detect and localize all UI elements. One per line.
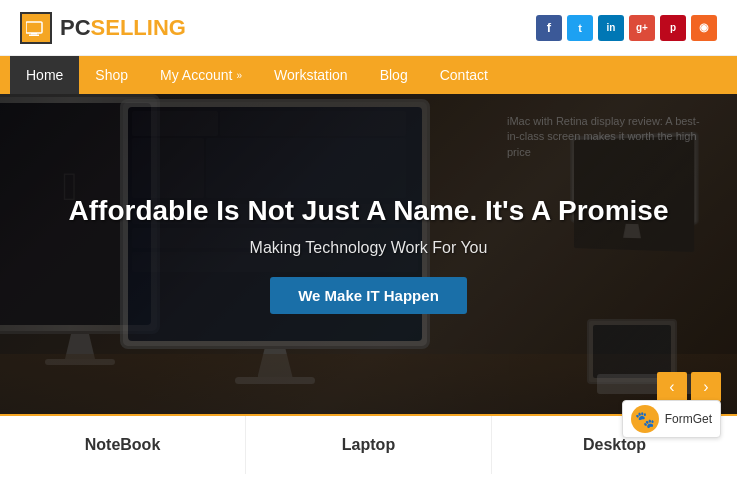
hero-headline: Affordable Is Not Just A Name. It's A Pr… xyxy=(69,194,669,228)
nav-home[interactable]: Home xyxy=(10,56,79,94)
slider-next-button[interactable]: › xyxy=(691,372,721,402)
svg-rect-1 xyxy=(27,23,41,31)
category-laptop[interactable]: Laptop xyxy=(246,416,492,474)
linkedin-icon[interactable]: in xyxy=(598,15,624,41)
pinterest-icon[interactable]: p xyxy=(660,15,686,41)
site-header: PCSELLING f t in g+ p ◉ xyxy=(0,0,737,56)
nav-my-account[interactable]: My Account » xyxy=(144,56,258,94)
svg-rect-3 xyxy=(29,34,39,36)
rss-icon[interactable]: ◉ xyxy=(691,15,717,41)
formget-badge[interactable]: 🐾 FormGet xyxy=(622,400,721,438)
hero-section:  xyxy=(0,94,737,414)
facebook-icon[interactable]: f xyxy=(536,15,562,41)
category-notebook[interactable]: NoteBook xyxy=(0,416,246,474)
nav-contact[interactable]: Contact xyxy=(424,56,504,94)
hero-cta-button[interactable]: We Make IT Happen xyxy=(270,277,467,314)
hero-subheadline: Making Technology Work For You xyxy=(250,239,488,257)
nav-blog[interactable]: Blog xyxy=(364,56,424,94)
logo-text: PCSELLING xyxy=(60,15,186,41)
main-nav: Home Shop My Account » Workstation Blog … xyxy=(0,56,737,94)
nav-shop[interactable]: Shop xyxy=(79,56,144,94)
nav-workstation[interactable]: Workstation xyxy=(258,56,364,94)
twitter-icon[interactable]: t xyxy=(567,15,593,41)
logo[interactable]: PCSELLING xyxy=(20,12,186,44)
slider-prev-button[interactable]: ‹ xyxy=(657,372,687,402)
svg-rect-2 xyxy=(31,33,37,35)
social-icons-bar: f t in g+ p ◉ xyxy=(536,15,717,41)
hero-content: Affordable Is Not Just A Name. It's A Pr… xyxy=(0,94,737,414)
logo-icon xyxy=(20,12,52,44)
googleplus-icon[interactable]: g+ xyxy=(629,15,655,41)
formget-label: FormGet xyxy=(665,412,712,426)
formget-mascot-icon: 🐾 xyxy=(631,405,659,433)
slider-arrows: ‹ › xyxy=(657,372,721,402)
